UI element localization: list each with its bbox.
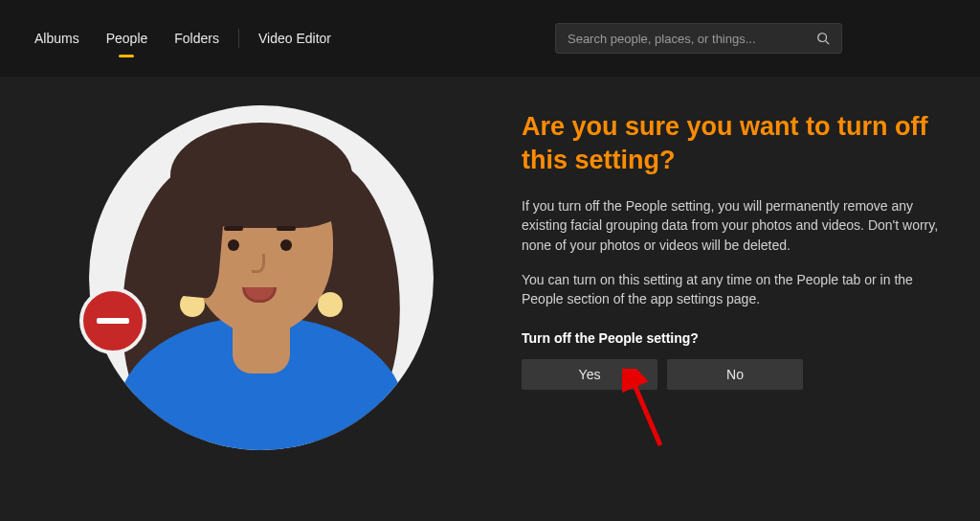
nav-tab-video-editor[interactable]: Video Editor [245, 23, 345, 54]
top-bar: Albums People Folders Video Editor [0, 0, 980, 77]
search-input[interactable] [568, 32, 809, 46]
dialog-question: Turn off the People setting? [522, 330, 961, 346]
dialog-paragraph-1: If you turn off the People setting, you … [522, 196, 952, 255]
nav-tab-people[interactable]: People [93, 23, 162, 54]
illustration-column [0, 105, 522, 450]
nav-tabs: Albums People Folders Video Editor [21, 23, 345, 54]
avatar-illustration [89, 105, 434, 450]
text-column: Are you sure you want to turn off this s… [522, 105, 980, 450]
yes-button[interactable]: Yes [522, 359, 657, 390]
nav-divider [238, 29, 239, 48]
nav-tab-albums[interactable]: Albums [21, 23, 93, 54]
content: Are you sure you want to turn off this s… [0, 77, 980, 450]
no-button[interactable]: No [667, 359, 803, 390]
remove-icon [79, 287, 146, 354]
button-row: Yes No [522, 359, 961, 390]
nav-tab-folders[interactable]: Folders [161, 23, 233, 54]
search-box[interactable] [555, 23, 842, 54]
svg-line-1 [826, 41, 830, 45]
avatar-circle [89, 105, 434, 450]
search-icon [816, 32, 830, 45]
dialog-paragraph-2: You can turn on this setting at any time… [522, 270, 952, 309]
dialog-heading: Are you sure you want to turn off this s… [522, 110, 961, 177]
svg-point-0 [818, 34, 827, 42]
